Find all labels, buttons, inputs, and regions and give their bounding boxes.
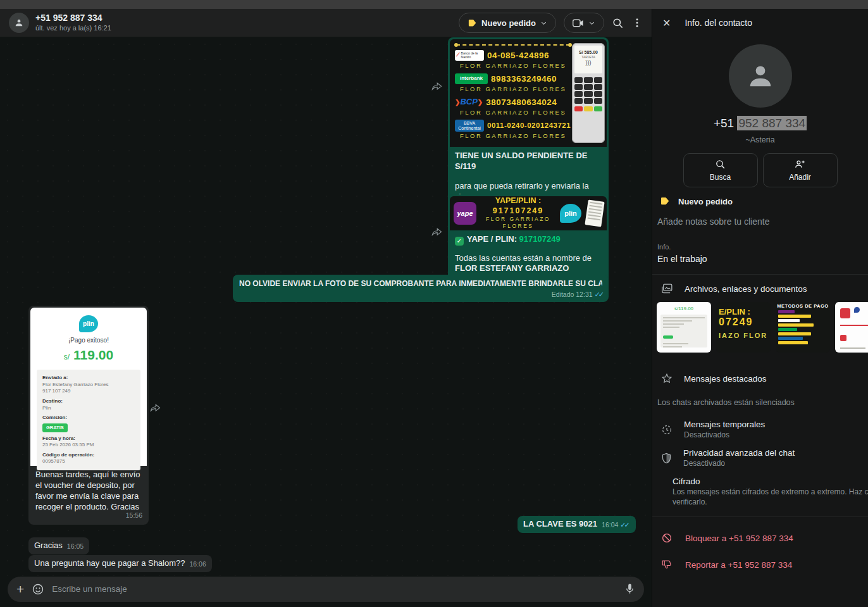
message-question[interactable]: Una pregunta hay que pagar a Shalom?? 16…	[28, 555, 212, 572]
order-label-row[interactable]: Nuevo pedido	[652, 187, 868, 206]
block-contact-label: Bloquear a +51 952 887 334	[685, 534, 793, 543]
chevron-down-icon	[540, 20, 547, 27]
thumb-line	[840, 347, 865, 349]
window-top-strip	[0, 0, 868, 9]
payment-success-text: ¡Pago exitoso!	[37, 336, 140, 344]
block-contact-row[interactable]: Bloquear a +51 952 887 334	[652, 517, 868, 544]
message-text: TIENE UN SALDO PENDIENTE DE S/119	[455, 151, 602, 172]
chat-header: +51 952 887 334 últ. vez hoy a la(s) 16:…	[0, 9, 652, 37]
thumb-red-box	[840, 308, 850, 318]
payment-methods-image[interactable]: ⟋Banco de la Nación 04-085-424896 FLOR G…	[450, 39, 607, 147]
label-icon	[468, 18, 477, 28]
voucher-value: 917 107 249	[42, 388, 135, 395]
disappearing-messages-row[interactable]: Mensajes temporales Desactivados	[652, 411, 868, 439]
disappearing-messages-label: Mensajes temporales	[684, 420, 765, 429]
archived-chats-note: Los chats archivados están silenciados	[652, 384, 868, 407]
message-input[interactable]	[52, 584, 617, 594]
message-voucher[interactable]: plin ¡Pago exitoso! s/ 119.00 Enviado a:…	[28, 306, 149, 525]
forward-icon[interactable]	[150, 403, 161, 412]
contact-phone[interactable]: +51 952 887 334	[652, 116, 868, 130]
banco-nacion-logo: ⟋Banco de la Nación	[455, 50, 484, 61]
message-thanks[interactable]: Gracias 16:05	[28, 537, 89, 554]
attach-button[interactable]: +	[16, 582, 24, 596]
chat-column: +51 952 887 334 últ. vez hoy a la(s) 16:…	[0, 9, 652, 607]
advanced-privacy-label: Privacidad avanzada del chat	[683, 448, 795, 458]
report-contact-row[interactable]: Reportar a +51 952 887 334	[652, 544, 868, 570]
bn-flag: ⟋	[456, 53, 460, 58]
thumb-title: METODOS DE PAGO	[776, 303, 830, 309]
yape-number-text: 917107249	[519, 234, 561, 244]
thumb-amount: s/119.00	[657, 306, 711, 311]
panel-title: Info. del contacto	[685, 18, 752, 28]
message-text: Una pregunta hay que pagar a Shalom??	[34, 558, 185, 569]
thumb-text: E/PLIN :	[716, 307, 771, 316]
phone-prefix: +51	[714, 116, 738, 130]
menu-button[interactable]	[631, 17, 643, 28]
video-camera-icon	[573, 18, 584, 28]
media-gallery-icon	[661, 284, 673, 294]
message-time: 16:04	[602, 521, 618, 529]
advanced-privacy-value: Desactivado	[683, 459, 795, 468]
account-number: 38073480634024	[486, 97, 557, 108]
forward-icon[interactable]	[431, 227, 442, 236]
video-call-button[interactable]	[564, 13, 604, 33]
yape-plin-title: YAPE/PLIN :	[481, 196, 555, 206]
payment-methods-thumbnail[interactable]: METODOS DE PAGO	[776, 302, 830, 353]
yape-plin-holder: FLOR GARRIAZO FLORES	[481, 216, 555, 230]
contact-avatar-large[interactable]	[729, 44, 792, 108]
media-links-docs-label: Archivos, enlaces y documentos	[685, 284, 807, 294]
yape-plin-thumbnail[interactable]: E/PLIN : 07249 IAZO FLOR	[716, 302, 771, 353]
contact-actions: Busca Añadir	[652, 153, 868, 187]
message-text: YAPE / PLIN:	[467, 234, 517, 244]
thumb-pin	[854, 307, 860, 313]
about-block: Info. En el trabajo	[652, 227, 868, 264]
client-notes-field[interactable]: Añade notas sobre tu cliente	[652, 206, 868, 227]
media-links-docs-row[interactable]: Archivos, enlaces y documentos	[652, 275, 868, 294]
encryption-label: Cifrado	[673, 477, 868, 486]
block-icon	[661, 532, 673, 544]
account-number: 8983363249460	[491, 73, 557, 85]
new-order-button[interactable]: Nuevo pedido	[459, 13, 556, 33]
encryption-row[interactable]: Cifrado Los mensajes están cifrados de e…	[652, 468, 868, 506]
currency-symbol: s/	[64, 353, 70, 361]
close-panel-button[interactable]: ✕	[662, 17, 671, 29]
add-contact-button[interactable]: Añadir	[763, 153, 838, 187]
advanced-privacy-row[interactable]: Privacidad avanzada del chat Desactivado	[652, 439, 868, 468]
message-key[interactable]: LA CLAVE ES 9021 16:04 ✓✓	[518, 516, 636, 533]
plin-wordmark: plin	[83, 320, 94, 328]
message-text: NO OLVIDE ENVIAR LA FOTO DE SU COMPROBAN…	[239, 279, 602, 289]
search-chat-label: Busca	[710, 173, 731, 182]
composer-bar: +	[0, 576, 652, 607]
message-reminder[interactable]: NO OLVIDE ENVIAR LA FOTO DE SU COMPROBAN…	[233, 275, 609, 302]
message-bank-accounts[interactable]: ⟋Banco de la Nación 04-085-424896 FLOR G…	[448, 37, 609, 220]
message-caption: Buenas tardes, aquí le envío el voucher …	[30, 466, 147, 523]
voucher-thumbnail[interactable]: s/119.00	[657, 302, 711, 353]
forward-icon[interactable]	[431, 81, 442, 91]
shield-icon	[661, 453, 672, 464]
voucher-details-card: Enviado a: Flor Estefany Garriazo Flores…	[37, 370, 140, 470]
encryption-description: Los mensajes están cifrados de extremo a…	[673, 487, 868, 496]
message-edited-time: Editado 12:31	[552, 291, 593, 299]
bank-name: Continental	[458, 126, 480, 130]
starred-messages-row[interactable]: Mensajes destacados	[652, 364, 868, 384]
phone-selected-text[interactable]: 952 887 334	[737, 116, 807, 130]
yape-wordmark: yape	[457, 209, 473, 218]
contact-avatar[interactable]	[9, 13, 29, 33]
payment-voucher-image[interactable]: plin ¡Pago exitoso! s/ 119.00 Enviado a:…	[30, 308, 147, 466]
yape-plin-image[interactable]: yape YAPE/PLIN : 917107249 FLOR GARRIAZO…	[450, 196, 607, 230]
yape-logo: yape	[454, 202, 476, 225]
message-text: Todas las cuentas están a nombre de	[455, 253, 602, 264]
chat-contact-name[interactable]: +51 952 887 334	[35, 13, 111, 24]
message-input-bar[interactable]: +	[8, 577, 644, 602]
chat-conversation[interactable]: ⟋Banco de la Nación 04-085-424896 FLOR G…	[0, 37, 652, 576]
encryption-description: verificarlo.	[673, 497, 868, 506]
search-icon	[715, 159, 726, 170]
star-icon	[661, 373, 673, 384]
emoji-button[interactable]	[32, 583, 44, 596]
search-button[interactable]	[612, 17, 624, 29]
mic-button[interactable]	[624, 583, 635, 595]
close-icon: ✕	[662, 17, 671, 29]
shipping-thumbnail[interactable]	[835, 302, 868, 353]
search-chat-button[interactable]: Busca	[683, 153, 758, 187]
chat-title-block[interactable]: +51 952 887 334 últ. vez hoy a la(s) 16:…	[35, 13, 111, 32]
